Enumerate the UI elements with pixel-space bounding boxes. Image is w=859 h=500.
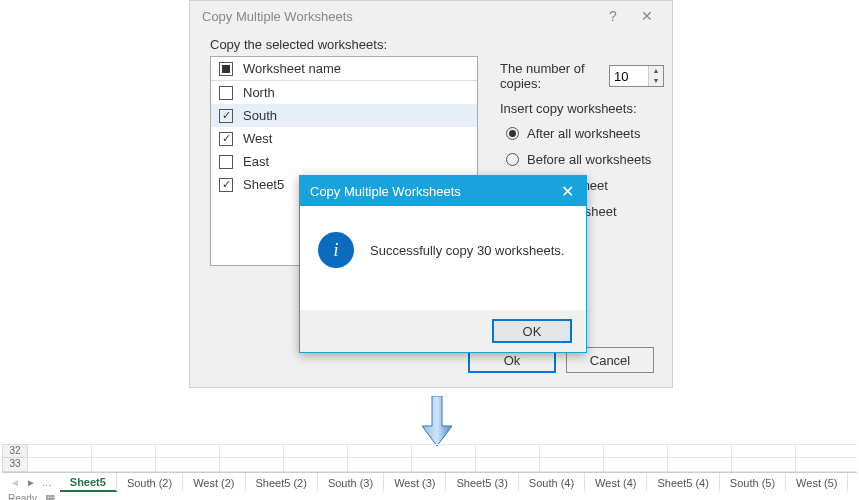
messagebox-text: Successfully copy 30 worksheets. [370, 243, 564, 258]
row-cells[interactable] [28, 444, 857, 458]
dialog-titlebar: Copy Multiple Worksheets ? ✕ [190, 1, 672, 31]
row-header[interactable]: 33 [2, 458, 28, 472]
list-item[interactable]: East [211, 150, 477, 173]
spinner-arrows[interactable]: ▲▼ [648, 66, 663, 86]
status-ready: Ready [8, 493, 37, 500]
sheet-tab[interactable]: West (2) [183, 473, 245, 492]
tab-active[interactable]: Sheet5 [60, 473, 117, 492]
close-icon[interactable]: ✕ [555, 182, 580, 201]
list-header[interactable]: Worksheet name [211, 57, 477, 81]
messagebox-ok-button[interactable]: OK [492, 319, 572, 343]
radio-option[interactable]: Before all worksheets [506, 148, 664, 170]
messagebox-title: Copy Multiple Worksheets [310, 184, 555, 199]
checkbox[interactable]: ✓ [219, 178, 233, 192]
list-item-label: Sheet5 [243, 177, 284, 192]
macro-record-icon[interactable]: ▦ [45, 492, 55, 500]
radio-button[interactable] [506, 153, 519, 166]
section-label: Copy the selected worksheets: [190, 31, 672, 56]
chevron-down-icon[interactable]: ▼ [649, 76, 663, 86]
info-icon: i [318, 232, 354, 268]
nav-next-icon[interactable]: ► [26, 477, 36, 488]
list-item-label: West [243, 131, 272, 146]
sheet-tabstrip: ◄ ► … Sheet5 South (2)West (2)Sheet5 (2)… [2, 472, 857, 492]
close-button[interactable]: ✕ [630, 8, 664, 24]
radio-label: Before all worksheets [527, 152, 651, 167]
messagebox-footer: OK [300, 310, 586, 352]
list-item[interactable]: North [211, 81, 477, 104]
arrow-graphic [422, 396, 452, 446]
radio-option[interactable]: After all worksheets [506, 122, 664, 144]
sheet-tab[interactable]: West (5) [786, 473, 848, 492]
status-bar: Ready ▦ [2, 492, 55, 500]
radio-label: After all worksheets [527, 126, 640, 141]
success-messagebox: Copy Multiple Worksheets ✕ i Successfull… [299, 175, 587, 353]
list-item[interactable]: ✓South [211, 104, 477, 127]
sheet-tab[interactable]: Sheet5 (4) [647, 473, 719, 492]
sheet-tab[interactable]: West (4) [585, 473, 647, 492]
checkbox[interactable] [219, 86, 233, 100]
copies-input[interactable] [610, 66, 648, 86]
select-all-checkbox[interactable] [219, 62, 233, 76]
sheet-tab[interactable]: Sheet5 (3) [446, 473, 518, 492]
sheet-tab[interactable]: South (4) [519, 473, 585, 492]
checkbox[interactable]: ✓ [219, 109, 233, 123]
checkbox[interactable] [219, 155, 233, 169]
nav-ellipsis[interactable]: … [42, 477, 52, 488]
list-item-label: East [243, 154, 269, 169]
list-item-label: South [243, 108, 277, 123]
help-button[interactable]: ? [596, 8, 630, 24]
sheet-tab[interactable]: Sh [848, 473, 859, 492]
sheet-tab[interactable]: South (5) [720, 473, 786, 492]
list-item-label: North [243, 85, 275, 100]
nav-prev-icon[interactable]: ◄ [10, 477, 20, 488]
row-header[interactable]: 32 [2, 444, 28, 458]
sheet-tab[interactable]: West (3) [384, 473, 446, 492]
row-cells[interactable] [28, 458, 857, 472]
chevron-up-icon[interactable]: ▲ [649, 66, 663, 76]
copies-label: The number of copies: [500, 61, 603, 91]
list-header-label: Worksheet name [243, 61, 341, 76]
insert-label: Insert copy worksheets: [500, 101, 664, 116]
radio-button[interactable] [506, 127, 519, 140]
spreadsheet-rows: 3233 [2, 444, 857, 472]
sheet-tab[interactable]: South (2) [117, 473, 183, 492]
copies-spinner[interactable]: ▲▼ [609, 65, 664, 87]
messagebox-body: i Successfully copy 30 worksheets. [300, 206, 586, 294]
dialog-title: Copy Multiple Worksheets [202, 9, 596, 24]
sheet-tab[interactable]: Sheet5 (2) [246, 473, 318, 492]
sheet-tab[interactable]: South (3) [318, 473, 384, 492]
messagebox-titlebar: Copy Multiple Worksheets ✕ [300, 176, 586, 206]
checkbox[interactable]: ✓ [219, 132, 233, 146]
list-item[interactable]: ✓West [211, 127, 477, 150]
tab-nav[interactable]: ◄ ► … [2, 473, 60, 492]
